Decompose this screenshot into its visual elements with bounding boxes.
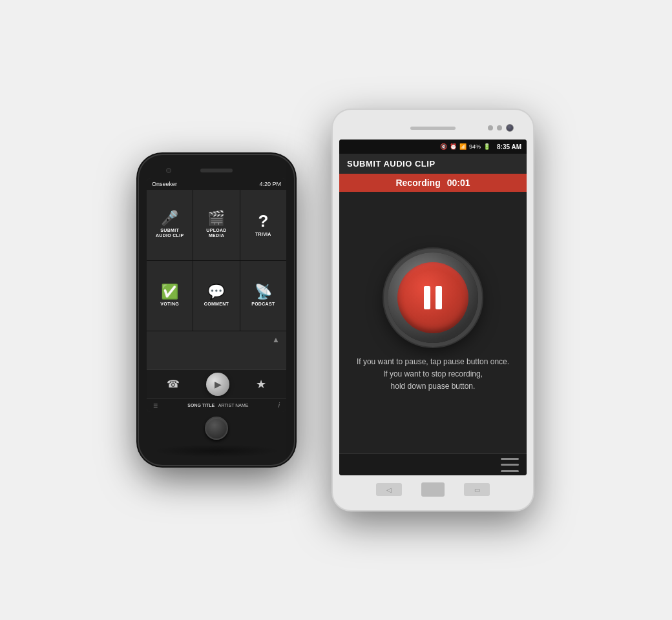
grid-item-submit-audio[interactable]: 🎤 SUBMITAUDIO CLIP: [147, 190, 193, 260]
recording-label: Recording: [395, 178, 440, 188]
grid-item-podcast[interactable]: 📡 PODCAST: [240, 261, 286, 331]
android-bottom-nav: [339, 453, 527, 475]
info-icon[interactable]: i: [278, 402, 280, 409]
iphone-home-area: [147, 412, 286, 444]
comment-label: COMMENT: [204, 302, 229, 307]
check-icon: ✅: [161, 285, 178, 299]
comment-icon: 💬: [207, 285, 225, 299]
trivia-label: TRIVIA: [255, 232, 271, 237]
iphone-device: Onseeker 4:20 PM 🎤 SUBMITAUDIO CLIP 🎬 UP…: [139, 155, 294, 465]
recording-time: 00:01: [447, 178, 470, 188]
pause-bar-left: [424, 286, 430, 309]
android-top-bar: [339, 119, 527, 137]
mute-icon: 🔇: [440, 143, 447, 150]
grid-item-upload-media[interactable]: 🎬 UPLOADMEDIA: [193, 190, 239, 260]
android-screen: 🔇 ⏰ 📶 94% 🔋 8:35 AM SUBMIT AUDIO CLIP Re…: [339, 140, 527, 475]
android-instructions: If you want to pause, tap pause button o…: [357, 356, 509, 393]
wifi-icon: 📶: [459, 143, 467, 150]
menu-icon[interactable]: ≡: [153, 401, 158, 410]
android-menu-button[interactable]: [501, 458, 519, 472]
up-arrow-icon: ▲: [272, 335, 280, 344]
mic-icon: 🎤: [161, 211, 178, 225]
iphone-empty-area: ▲: [147, 331, 286, 369]
play-button[interactable]: ▶: [206, 373, 229, 396]
song-info: SONG TITLE ARTIST NAME: [187, 403, 248, 408]
podcast-icon: 📡: [255, 285, 272, 299]
song-title: SONG TITLE: [187, 403, 215, 408]
android-recording-bar: Recording 00:01: [339, 174, 527, 192]
phone-icon[interactable]: ☎: [167, 378, 180, 390]
android-camera-area: [488, 124, 514, 132]
android-main-content: If you want to pause, tap pause button o…: [339, 192, 527, 453]
iphone-top-bar: [147, 163, 286, 178]
question-icon: ?: [258, 212, 268, 229]
home-button[interactable]: [205, 417, 228, 440]
pause-button[interactable]: [388, 253, 478, 343]
android-speaker: [410, 127, 456, 130]
alarm-icon: ⏰: [450, 143, 457, 150]
android-device: 🔇 ⏰ 📶 94% 🔋 8:35 AM SUBMIT AUDIO CLIP Re…: [333, 110, 533, 510]
iphone-shadow: [152, 444, 281, 457]
iphone-toolbar: ☎ ▶ ★: [147, 369, 286, 398]
grid-item-trivia[interactable]: ? TRIVIA: [240, 190, 286, 260]
iphone-carrier: Onseeker: [152, 181, 177, 187]
iphone-screen: Onseeker 4:20 PM 🎤 SUBMITAUDIO CLIP 🎬 UP…: [147, 178, 286, 412]
voting-label: VOTING: [160, 302, 179, 307]
grid-item-voting[interactable]: ✅ VOTING: [147, 261, 193, 331]
android-dot1: [488, 125, 493, 130]
android-camera-lens: [506, 124, 514, 132]
android-recent-button[interactable]: ▭: [464, 483, 490, 496]
star-icon[interactable]: ★: [256, 377, 266, 391]
android-title: SUBMIT AUDIO CLIP: [339, 154, 527, 174]
iphone-time: 4:20 PM: [259, 181, 281, 187]
battery-label: 94%: [469, 143, 481, 150]
android-time: 8:35 AM: [497, 143, 521, 150]
android-status-bar: 🔇 ⏰ 📶 94% 🔋 8:35 AM: [339, 140, 527, 154]
pause-icon: [424, 286, 442, 309]
iphone-camera: [166, 168, 171, 173]
pause-button-inner: [397, 262, 468, 333]
menu-line-2: [501, 464, 519, 466]
iphone-speaker: [200, 169, 233, 172]
iphone-bottom-bar: ≡ SONG TITLE ARTIST NAME i: [147, 398, 286, 412]
play-icon: ▶: [215, 379, 222, 389]
android-home-button[interactable]: [421, 482, 445, 497]
pause-bar-right: [436, 286, 442, 309]
artist-name: ARTIST NAME: [218, 403, 249, 408]
menu-line-1: [501, 458, 519, 460]
iphone-status-bar: Onseeker 4:20 PM: [147, 178, 286, 190]
clapper-icon: 🎬: [207, 211, 225, 225]
instruction-line-3: hold down puase button.: [357, 380, 509, 393]
android-back-button[interactable]: ◁: [376, 483, 402, 496]
android-dot2: [497, 125, 502, 130]
android-bottom-buttons: ◁ ▭: [339, 478, 527, 501]
menu-line-3: [501, 470, 519, 472]
podcast-label: PODCAST: [251, 302, 275, 307]
upload-media-label: UPLOADMEDIA: [206, 228, 226, 239]
instruction-line-2: If you want to stop recording,: [357, 368, 509, 380]
android-status-icons: 🔇 ⏰ 📶 94% 🔋: [440, 143, 490, 150]
grid-item-comment[interactable]: 💬 COMMENT: [193, 261, 239, 331]
iphone-app-grid: 🎤 SUBMITAUDIO CLIP 🎬 UPLOADMEDIA ? TRIVI…: [147, 190, 286, 331]
submit-audio-label: SUBMITAUDIO CLIP: [156, 228, 184, 239]
instruction-line-1: If you want to pause, tap pause button o…: [357, 356, 509, 368]
